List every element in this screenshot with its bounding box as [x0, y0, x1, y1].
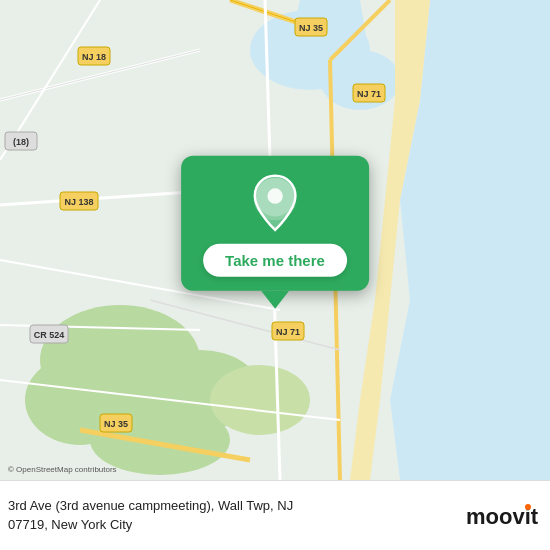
svg-text:CR 524: CR 524 — [34, 330, 65, 340]
map-container: NJ 35 NJ 71 NJ 18 (18) NJ 138 NJ 71 CR 5… — [0, 0, 550, 480]
svg-text:(18): (18) — [13, 137, 29, 147]
popup-arrow — [261, 291, 289, 309]
location-pin-icon — [249, 174, 301, 234]
address-line1: 3rd Ave (3rd avenue campmeeting), Wall T… — [8, 498, 293, 513]
popup-box: Take me there — [181, 156, 369, 291]
svg-text:NJ 71: NJ 71 — [357, 89, 381, 99]
take-me-there-button[interactable]: Take me there — [203, 244, 347, 277]
svg-point-9 — [210, 365, 310, 435]
svg-text:NJ 71: NJ 71 — [276, 327, 300, 337]
svg-text:NJ 138: NJ 138 — [64, 197, 93, 207]
svg-text:NJ 35: NJ 35 — [299, 23, 323, 33]
svg-text:© OpenStreetMap contributors: © OpenStreetMap contributors — [8, 465, 117, 474]
bottom-bar: 3rd Ave (3rd avenue campmeeting), Wall T… — [0, 480, 550, 550]
svg-point-44 — [267, 188, 282, 203]
svg-text:NJ 18: NJ 18 — [82, 52, 106, 62]
svg-point-46 — [525, 504, 531, 510]
moovit-logo: moovit — [466, 502, 538, 530]
map-popup: Take me there — [181, 156, 369, 309]
address-text: 3rd Ave (3rd avenue campmeeting), Wall T… — [8, 497, 456, 533]
svg-text:NJ 35: NJ 35 — [104, 419, 128, 429]
moovit-logo-svg: moovit — [466, 502, 538, 530]
address-line2: 07719, New York City — [8, 517, 132, 532]
